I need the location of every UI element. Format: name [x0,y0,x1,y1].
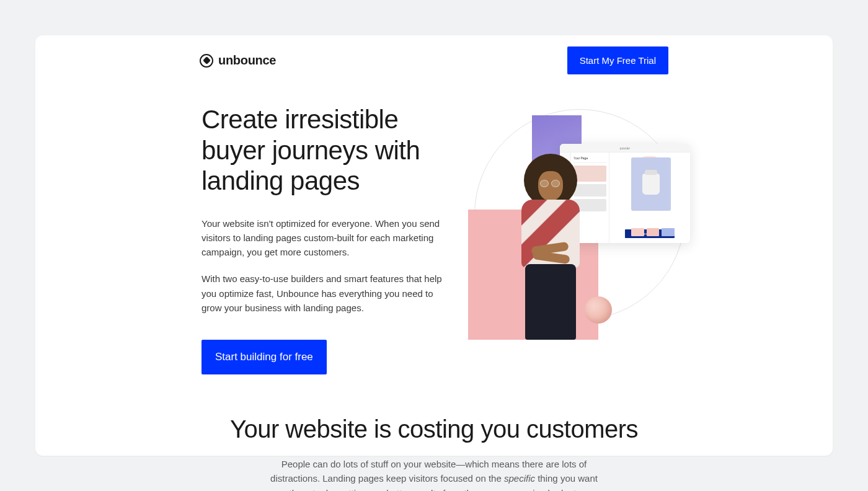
jar-icon [642,174,660,195]
start-building-button[interactable]: Start building for free [202,340,327,374]
section2-text-italic: specific [504,473,535,484]
hero-copy: Create irresistible buyer journeys with … [202,104,443,374]
start-trial-button[interactable]: Start My Free Trial [567,46,668,74]
swatch [662,228,675,236]
color-swatches [631,228,675,236]
swatch [647,228,660,236]
secondary-section: Your website is costing you customers Pe… [35,374,833,491]
mockup-title: powder [560,144,690,153]
brand-logo[interactable]: unbounce [200,53,276,68]
hero-paragraph-2: With two easy-to-use builders and smart … [202,272,443,315]
lens [551,180,560,187]
product-mock-group [631,157,675,236]
person-pants [525,264,576,340]
person-illustration [510,154,591,340]
hero-illustration: powder Your Page STARTED [462,104,668,340]
logo-mark-icon [200,54,213,68]
page-card: unbounce Start My Free Trial Create irre… [35,35,833,456]
swatch [631,228,644,236]
brand-name: unbounce [218,53,276,68]
hero-section: Create irresistible buyer journeys with … [35,74,833,374]
person-arms [528,242,574,264]
hero-paragraph-1: Your website isn't optimized for everyon… [202,216,443,260]
arm [532,250,570,264]
product-card [631,157,671,211]
lens [540,180,549,187]
header: unbounce Start My Free Trial [35,35,833,74]
glasses-icon [540,180,561,186]
section2-paragraph: People can do lots of stuff on your webs… [267,457,601,491]
section2-title: Your website is costing you customers [159,415,709,443]
hero-title: Create irresistible buyer journeys with … [202,104,443,197]
